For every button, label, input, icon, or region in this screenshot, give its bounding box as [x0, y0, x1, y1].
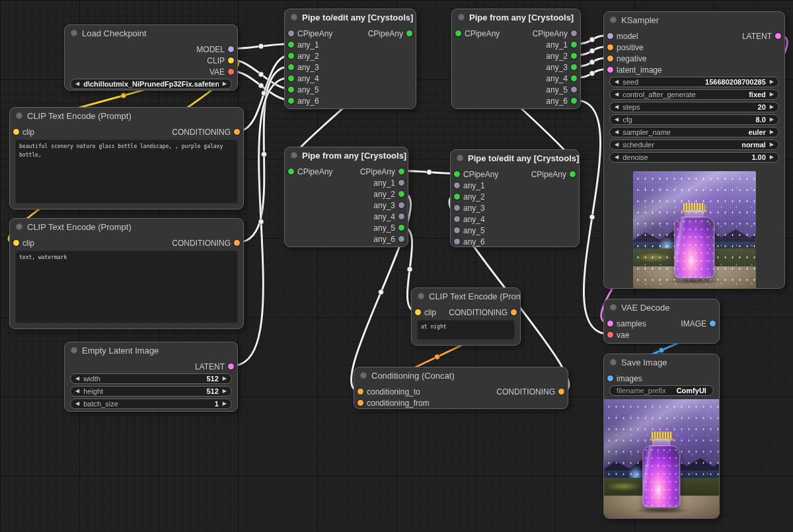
input-slot[interactable]: conditioning_to	[358, 387, 420, 397]
output-port-icon[interactable]	[775, 33, 781, 39]
increment-arrow-icon[interactable]: ▶	[770, 104, 774, 110]
collapse-dot-icon[interactable]	[457, 155, 463, 161]
decrement-arrow-icon[interactable]: ◀	[615, 92, 619, 97]
output-port-icon[interactable]	[570, 171, 576, 177]
input-slot[interactable]: any_5	[288, 85, 319, 95]
output-port-icon[interactable]	[406, 30, 412, 36]
input-port-icon[interactable]	[454, 205, 460, 211]
node-graph-canvas[interactable]: Load CheckpointMODELCLIPVAE◀d\chilloutmi…	[0, 0, 793, 532]
output-slot[interactable]: any_1	[373, 178, 404, 188]
output-slot[interactable]: CONDITIONING	[496, 387, 564, 397]
output-slot[interactable]: any_6	[546, 96, 577, 106]
output-slot[interactable]: any_1	[546, 40, 577, 50]
node-empty_latent[interactable]: Empty Latent ImageLATENT◀width512▶◀heigh…	[64, 342, 238, 412]
input-slot[interactable]: any_6	[288, 96, 319, 106]
output-slot[interactable]: MODEL	[196, 45, 234, 54]
output-slot[interactable]: any_4	[373, 212, 404, 221]
collapse-dot-icon[interactable]	[16, 223, 22, 230]
decrement-arrow-icon[interactable]: ◀	[615, 130, 619, 135]
collapse-dot-icon[interactable]	[610, 17, 617, 23]
input-slot[interactable]: CPipeAny	[455, 29, 500, 38]
node-pipe_to_1[interactable]: Pipe to/edit any [Crystools]CPipeAnyCPip…	[284, 9, 416, 109]
node-load_checkpoint[interactable]: Load CheckpointMODELCLIPVAE◀d\chilloutmi…	[64, 24, 238, 91]
prompt-text-input[interactable]: at night	[417, 320, 515, 340]
input-port-icon[interactable]	[288, 75, 294, 81]
output-slot[interactable]: any_5	[373, 223, 404, 233]
input-slot[interactable]: any_3	[288, 63, 319, 72]
input-port-icon[interactable]	[607, 44, 613, 50]
collapse-dot-icon[interactable]	[16, 112, 22, 119]
input-slot[interactable]: any_1	[454, 181, 485, 190]
input-slot[interactable]: any_4	[454, 215, 485, 224]
input-slot[interactable]: CPipeAny	[288, 29, 332, 38]
output-port-icon[interactable]	[571, 42, 577, 48]
output-slot[interactable]: any_3	[546, 63, 577, 72]
collapse-dot-icon[interactable]	[71, 30, 77, 36]
output-port-icon[interactable]	[398, 225, 404, 231]
input-port-icon[interactable]	[607, 321, 613, 326]
input-slot[interactable]: clip	[415, 308, 436, 317]
collapse-dot-icon[interactable]	[71, 347, 77, 354]
node-pipe_to_2[interactable]: Pipe to/edit any [Crystools]CPipeAnyCPip…	[450, 149, 580, 247]
output-port-icon[interactable]	[571, 75, 577, 81]
decrement-arrow-icon[interactable]: ◀	[615, 117, 619, 122]
output-port-icon[interactable]	[571, 64, 577, 70]
output-port-icon[interactable]	[710, 321, 716, 326]
input-port-icon[interactable]	[454, 239, 460, 245]
output-slot[interactable]: LATENT	[742, 32, 781, 41]
input-port-icon[interactable]	[454, 216, 460, 222]
input-port-icon[interactable]	[607, 56, 613, 61]
decrement-arrow-icon[interactable]: ◀	[615, 155, 619, 160]
input-port-icon[interactable]	[607, 33, 613, 39]
input-slot[interactable]: model	[607, 32, 638, 41]
output-slot[interactable]: any_2	[373, 190, 404, 199]
width-widget[interactable]: ◀width512▶	[70, 373, 232, 384]
output-port-icon[interactable]	[571, 30, 577, 36]
output-port-icon[interactable]	[398, 202, 404, 208]
decrement-arrow-icon[interactable]: ◀	[615, 104, 619, 110]
input-port-icon[interactable]	[455, 30, 461, 36]
output-slot[interactable]: CONDITIONING	[172, 239, 240, 248]
input-port-icon[interactable]	[288, 169, 294, 174]
ckpt_name-widget[interactable]: ◀d\chilloutmix_NiPrunedFp32Fix.safetenso…	[70, 79, 232, 89]
output-port-icon[interactable]	[228, 69, 234, 75]
input-port-icon[interactable]	[13, 240, 19, 246]
collapse-dot-icon[interactable]	[610, 359, 617, 365]
output-slot[interactable]: CONDITIONING	[172, 128, 240, 137]
increment-arrow-icon[interactable]: ▶	[770, 92, 774, 97]
node-vae_decode[interactable]: VAE DecodesamplesIMAGEvae	[603, 299, 720, 344]
output-slot[interactable]: VAE	[209, 67, 234, 77]
input-slot[interactable]: any_3	[454, 204, 485, 213]
input-port-icon[interactable]	[454, 182, 460, 188]
input-port-icon[interactable]	[13, 129, 19, 135]
input-port-icon[interactable]	[288, 64, 294, 70]
input-slot[interactable]: CPipeAny	[454, 170, 498, 179]
input-port-icon[interactable]	[454, 227, 460, 233]
node-pipe_from_1[interactable]: Pipe from any [Crystools]CPipeAnyCPipeAn…	[451, 9, 581, 109]
batch_size-widget[interactable]: ◀batch_size1▶	[70, 399, 232, 409]
node-ksampler[interactable]: KSamplermodelLATENTpositivenegativelaten…	[603, 11, 785, 289]
input-slot[interactable]: positive	[607, 43, 644, 52]
input-slot[interactable]: any_2	[288, 52, 319, 61]
input-port-icon[interactable]	[607, 375, 613, 381]
input-port-icon[interactable]	[454, 171, 460, 177]
input-port-icon[interactable]	[288, 42, 294, 48]
seed-widget[interactable]: ◀seed156680208700285▶	[609, 77, 779, 87]
output-slot[interactable]: CONDITIONING	[449, 308, 517, 317]
output-slot[interactable]: any_5	[546, 85, 577, 95]
input-slot[interactable]: conditioning_from	[358, 399, 430, 408]
output-port-icon[interactable]	[398, 169, 404, 174]
increment-arrow-icon[interactable]: ▶	[223, 389, 227, 394]
input-port-icon[interactable]	[607, 332, 613, 338]
prompt-text-input[interactable]: text, watermark	[15, 250, 238, 323]
node-concat[interactable]: Conditioning (Concat)conditioning_toCOND…	[354, 367, 568, 409]
output-slot[interactable]: CPipeAny	[531, 170, 576, 179]
node-clip_text_encode_3[interactable]: CLIP Text Encode (Prompt)clipCONDITIONIN…	[411, 287, 521, 346]
input-port-icon[interactable]	[415, 309, 421, 315]
input-port-icon[interactable]	[454, 194, 460, 200]
input-slot[interactable]: negative	[607, 54, 646, 63]
output-slot[interactable]: any_4	[546, 74, 577, 83]
output-port-icon[interactable]	[234, 240, 240, 246]
output-slot[interactable]: LATENT	[195, 362, 234, 371]
input-slot[interactable]: clip	[13, 239, 34, 248]
